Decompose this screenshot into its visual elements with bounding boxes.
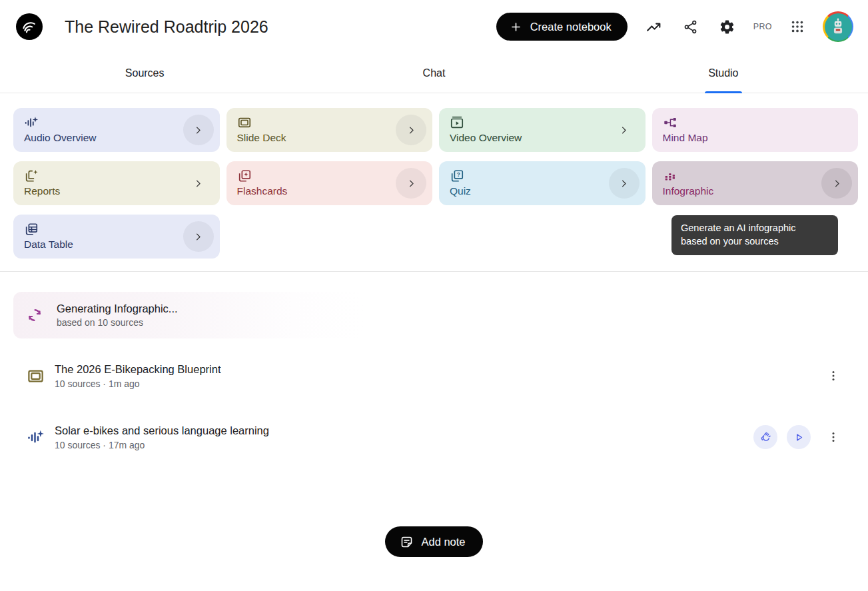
- infographic-tooltip: Generate an AI infographic based on your…: [671, 215, 838, 255]
- add-note-button[interactable]: Add note: [385, 526, 482, 557]
- studio-card-audio-overview[interactable]: Audio Overview: [13, 108, 220, 152]
- video-play-icon: [450, 115, 464, 130]
- artifact-meta: 10 sources · 1m ago: [55, 378, 220, 389]
- account-avatar[interactable]: [823, 11, 853, 42]
- share-icon: [683, 19, 698, 35]
- studio-card-infographic[interactable]: Infographic: [652, 161, 859, 205]
- play-audio-button[interactable]: [787, 425, 811, 449]
- studio-card-reports[interactable]: Reports: [13, 161, 220, 205]
- settings-button[interactable]: [716, 16, 738, 38]
- add-note-container: Add note: [0, 526, 868, 557]
- table-grid-icon: [24, 222, 39, 237]
- tab-chat-label: Chat: [420, 55, 448, 91]
- share-button[interactable]: [680, 17, 701, 37]
- header-actions: Create notebook PRO: [496, 11, 853, 42]
- app-header: The Rewired Roadtrip 2026 Create noteboo…: [0, 0, 868, 53]
- more-vert-icon: [827, 369, 840, 382]
- cards-question-icon: ?: [450, 169, 464, 183]
- chevron-right-icon[interactable]: [609, 115, 640, 145]
- studio-card-video-overview[interactable]: Video Overview: [439, 108, 646, 152]
- tooltip-line2: based on your sources: [681, 235, 829, 248]
- card-label: Slide Deck: [237, 132, 286, 144]
- tab-sources[interactable]: Sources: [0, 53, 289, 93]
- more-options-button[interactable]: [824, 428, 843, 446]
- interactive-mode-button[interactable]: [753, 425, 777, 449]
- audio-waveform-sparkle-icon: [24, 115, 39, 130]
- tab-chat[interactable]: Chat: [289, 53, 578, 93]
- add-note-label: Add note: [421, 536, 465, 548]
- card-label: Video Overview: [450, 132, 522, 144]
- tab-studio-label: Studio: [705, 55, 741, 91]
- audio-waveform-sparkle-icon: [27, 428, 45, 446]
- studio-card-flashcards[interactable]: Flashcards: [226, 161, 433, 205]
- card-label: Reports: [24, 185, 60, 197]
- notebook-title[interactable]: The Rewired Roadtrip 2026: [65, 17, 268, 37]
- svg-text:?: ?: [457, 172, 460, 178]
- chevron-right-icon[interactable]: [183, 115, 214, 145]
- artifact-title: The 2026 E-Bikepacking Blueprint: [55, 363, 220, 376]
- pro-badge: PRO: [753, 22, 772, 31]
- studio-card-quiz[interactable]: ? Quiz: [439, 161, 646, 205]
- tab-studio[interactable]: Studio: [579, 53, 868, 93]
- slide-frame-icon: [237, 115, 252, 130]
- tab-sources-label: Sources: [123, 55, 167, 91]
- card-label: Mind Map: [663, 132, 708, 144]
- analytics-button[interactable]: [643, 16, 665, 38]
- studio-card-data-table[interactable]: Data Table: [13, 215, 220, 259]
- card-label: Audio Overview: [24, 132, 97, 144]
- generating-title: Generating Infographic...: [57, 302, 178, 315]
- slide-frame-icon: [27, 367, 45, 385]
- tooltip-line1: Generate an AI infographic: [681, 221, 829, 235]
- artifact-meta: 10 sources · 17m ago: [55, 440, 269, 450]
- card-label: Quiz: [450, 185, 471, 197]
- chevron-right-icon[interactable]: [821, 168, 852, 199]
- node-graph-icon: [663, 115, 677, 130]
- artifact-row-slide-deck[interactable]: The 2026 E-Bikepacking Blueprint 10 sour…: [0, 357, 868, 394]
- chevron-right-icon[interactable]: [183, 168, 214, 199]
- chevron-right-icon[interactable]: [183, 221, 214, 252]
- report-sparkle-icon: [24, 169, 39, 183]
- waving-hand-icon: [759, 431, 772, 444]
- studio-card-mind-map[interactable]: Mind Map: [652, 108, 859, 152]
- cards-star-icon: [237, 169, 252, 183]
- chevron-right-icon[interactable]: [396, 115, 426, 145]
- generating-subtitle: based on 10 sources: [57, 317, 178, 328]
- create-notebook-button[interactable]: Create notebook: [496, 13, 628, 41]
- studio-card-slide-deck[interactable]: Slide Deck: [226, 108, 433, 152]
- card-label: Flashcards: [237, 185, 288, 197]
- plus-icon: [510, 21, 522, 33]
- main-tabs: Sources Chat Studio: [0, 53, 868, 93]
- create-notebook-label: Create notebook: [530, 21, 612, 33]
- card-label: Data Table: [24, 239, 73, 251]
- artifact-row-audio-overview[interactable]: Solar e-bikes and serious language learn…: [0, 417, 868, 457]
- more-options-button[interactable]: [824, 366, 843, 385]
- bar-segments-icon: [663, 169, 677, 183]
- notebooklm-logo-icon[interactable]: [16, 13, 43, 40]
- artifact-title: Solar e-bikes and serious language learn…: [55, 424, 269, 437]
- chevron-right-icon[interactable]: [396, 168, 426, 199]
- chevron-right-icon[interactable]: [609, 168, 640, 199]
- apps-grid-icon: [790, 19, 805, 34]
- card-label: Infographic: [663, 185, 714, 197]
- play-icon: [793, 431, 805, 444]
- google-apps-button[interactable]: [787, 17, 807, 37]
- trending-up-icon: [646, 19, 662, 35]
- section-divider: [0, 271, 868, 272]
- more-vert-icon: [827, 430, 840, 444]
- generating-infographic-row: Generating Infographic... based on 10 so…: [13, 292, 364, 338]
- generating-spinner-icon: [27, 307, 43, 323]
- avatar-robot-image: [825, 13, 852, 41]
- active-tab-underline: [705, 91, 742, 93]
- note-icon: [400, 535, 414, 549]
- gear-icon: [719, 19, 735, 35]
